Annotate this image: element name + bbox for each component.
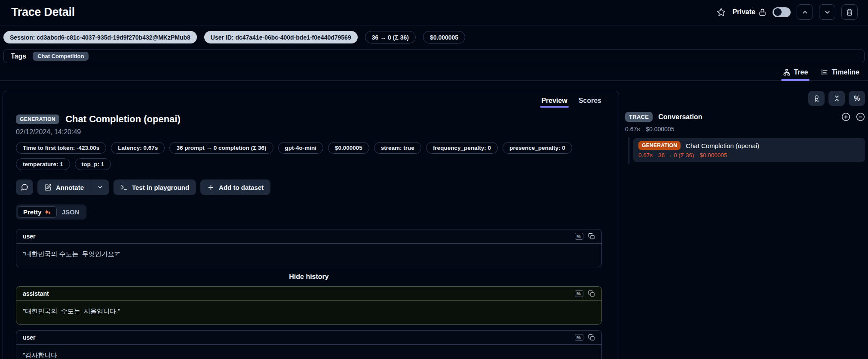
chevron-up-icon: [801, 9, 809, 16]
bookmark-star-button[interactable]: [716, 7, 727, 18]
param-badge-tokens: 36 prompt → 0 completion (Σ 36): [169, 142, 273, 154]
tab-scores[interactable]: Scores: [579, 97, 601, 108]
sparkles-icon: ✦✦: [44, 208, 51, 216]
observation-title-line: GENERATION Chat Completion (openai): [16, 114, 606, 125]
message-role: user: [23, 233, 36, 240]
json-label: JSON: [62, 208, 80, 216]
message-content: "대한민국의 수도는 서울입니다.": [16, 301, 601, 324]
chevron-down-icon: [824, 9, 831, 16]
delete-trace-button[interactable]: [841, 4, 858, 20]
tab-timeline[interactable]: Timeline: [821, 68, 859, 80]
privacy-control: Private: [733, 8, 767, 16]
view-tabs: Tree Timeline: [0, 63, 868, 80]
param-badge-ttft: Time to first token: -423.00s: [16, 142, 106, 154]
tags-section: Tags Chat Competition: [3, 49, 865, 63]
messages-list: user M↓ "대한민국의 수도는 무엇인가요?" Hide histo: [16, 229, 602, 359]
message-content: "감사합니다 ": [16, 345, 601, 359]
message-user-1: user M↓ "대한민국의 수도는 무엇인가요?": [16, 229, 602, 267]
message-content: "대한민국의 수도는 무엇인가요?": [16, 244, 601, 267]
param-badge-frequency-penalty: frequency_penalty: 0: [426, 142, 498, 154]
tab-tree[interactable]: Tree: [783, 68, 808, 80]
privacy-toggle[interactable]: [773, 7, 791, 17]
copy-button[interactable]: [588, 290, 595, 297]
generation-tree-item[interactable]: GENERATION Chat Completion (openai) 0.67…: [633, 138, 865, 162]
expand-all-button[interactable]: [841, 112, 850, 121]
collapse-all-button[interactable]: [828, 91, 845, 106]
cost-badge: $0.000005: [423, 31, 465, 43]
annotate-split-button: Annotate: [37, 180, 109, 195]
minus-circle-icon: [856, 112, 865, 121]
comment-icon: [21, 183, 28, 191]
copy-button[interactable]: [588, 334, 595, 341]
page-header: Trace Detail Private: [0, 0, 868, 25]
param-badge-temperature: temperature: 1: [16, 158, 70, 170]
message-role: user: [23, 334, 36, 341]
observation-title: Chat Completion (openai): [65, 114, 181, 125]
generation-latency: 0.67s: [638, 152, 653, 158]
add-to-dataset-label: Add to dataset: [219, 184, 264, 191]
playground-label: Test in playground: [132, 184, 189, 191]
terminal-icon: [120, 184, 128, 191]
annotate-dropdown-button[interactable]: [91, 180, 109, 195]
generation-title-line: GENERATION Chat Completion (openai): [638, 141, 860, 150]
param-badge-presence-penalty: presence_penalty: 0: [503, 142, 572, 154]
generation-metrics: 0.67s 36 → 0 (Σ 36) $0.000005: [638, 152, 860, 158]
message-header: user M↓: [16, 229, 601, 244]
annotate-button[interactable]: Annotate: [37, 180, 91, 195]
copy-icon: [588, 233, 595, 240]
markdown-toggle-icon[interactable]: M↓: [575, 290, 583, 297]
trace-type-badge: TRACE: [625, 112, 653, 122]
meta-badges-row: Session: cd3abcd6-c81c-4037-935d-19d9f27…: [0, 25, 868, 43]
timeline-icon: [821, 68, 828, 76]
privacy-label: Private: [733, 8, 755, 16]
toggle-knob: [774, 8, 782, 16]
trace-title: Conversation: [658, 113, 702, 121]
observation-panel: Preview Scores GENERATION Chat Completio…: [3, 91, 619, 359]
pretty-label: Pretty: [23, 208, 42, 216]
comment-button[interactable]: [16, 180, 33, 195]
copy-icon: [588, 334, 595, 341]
tags-label: Tags: [11, 53, 26, 60]
observation-tree: GENERATION Chat Completion (openai) 0.67…: [625, 138, 865, 162]
format-pretty-segment[interactable]: Pretty ✦✦: [18, 206, 57, 218]
add-to-dataset-button[interactable]: Add to dataset: [200, 180, 270, 195]
param-badge-stream: stream: true: [374, 142, 421, 154]
user-id-badge[interactable]: User ID: dc47a41e-06bc-400d-bde1-f0e440d…: [204, 31, 358, 43]
format-json-segment[interactable]: JSON: [57, 207, 85, 217]
action-buttons-row: Annotate Test in playground: [16, 180, 606, 195]
message-tools: M↓: [575, 334, 595, 341]
param-badge-cost: $0.000005: [328, 142, 369, 154]
tab-preview[interactable]: Preview: [541, 97, 567, 108]
collapse-vertical-icon: [833, 95, 840, 102]
message-user-2: user M↓ "감사합니다 ": [16, 330, 602, 359]
generation-cost: $0.000005: [699, 152, 727, 158]
star-icon: [717, 8, 726, 17]
content-area: Preview Scores GENERATION Chat Completio…: [0, 80, 868, 359]
markdown-toggle-icon[interactable]: M↓: [575, 334, 583, 341]
scores-award-button[interactable]: [808, 91, 825, 106]
test-in-playground-button[interactable]: Test in playground: [113, 180, 196, 195]
tree-guide-line: [629, 137, 629, 164]
show-metrics-percent-button[interactable]: %: [849, 91, 865, 106]
param-badge-top-p: top_p: 1: [75, 158, 111, 170]
format-toggle: Pretty ✦✦ JSON: [16, 204, 86, 220]
trace-cost: $0.000005: [646, 126, 674, 133]
panel-tabs: Preview Scores: [16, 91, 606, 108]
param-badge-latency: Latency: 0.67s: [111, 142, 165, 154]
session-badge[interactable]: Session: cd3abcd6-c81c-4037-935d-19d9f27…: [3, 31, 197, 43]
markdown-toggle-icon[interactable]: M↓: [575, 233, 583, 240]
collapse-tree-button[interactable]: [856, 112, 865, 121]
message-assistant: assistant M↓ "대한민국의 수도는 서울입니다.": [16, 286, 602, 325]
trace-root-row[interactable]: TRACE Conversation: [625, 112, 865, 122]
plus-icon: [207, 184, 215, 191]
page-title: Trace Detail: [11, 6, 75, 19]
tree-icon: [783, 68, 791, 76]
next-trace-button[interactable]: [819, 4, 835, 20]
tag-chip[interactable]: Chat Competition: [33, 52, 89, 61]
message-tools: M↓: [575, 233, 595, 240]
generation-type-badge: GENERATION: [638, 141, 681, 150]
copy-button[interactable]: [588, 233, 595, 240]
generation-tokens: 36 → 0 (Σ 36): [658, 152, 694, 158]
hide-history-button[interactable]: Hide history: [16, 267, 602, 286]
prev-trace-button[interactable]: [797, 4, 813, 20]
